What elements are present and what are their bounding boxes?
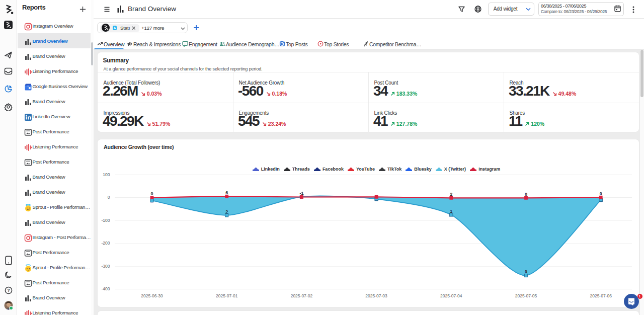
svg-text:2025-07-02: 2025-07-02 xyxy=(291,293,313,298)
svg-text:2025-07-04: 2025-07-04 xyxy=(440,293,462,298)
svg-text:0: 0 xyxy=(150,191,153,196)
svg-text:2: 2 xyxy=(450,192,452,197)
svg-text:2: 2 xyxy=(225,209,228,214)
svg-text:-1: -1 xyxy=(299,191,303,196)
svg-text:-300: -300 xyxy=(101,264,110,269)
svg-text:2025-07-03: 2025-07-03 xyxy=(365,293,387,298)
svg-text:0: 0 xyxy=(600,191,602,196)
svg-text:-400: -400 xyxy=(101,286,110,291)
svg-text:6: 6 xyxy=(225,190,228,195)
svg-text:2025-07-01: 2025-07-01 xyxy=(216,293,238,298)
svg-text:0: 0 xyxy=(108,195,110,200)
svg-text:-200: -200 xyxy=(101,241,110,246)
svg-text:?: ? xyxy=(7,288,10,293)
svg-text:0: 0 xyxy=(525,269,527,274)
svg-text:1: 1 xyxy=(450,209,452,214)
svg-text:-100: -100 xyxy=(101,218,110,223)
svg-text:0: 0 xyxy=(525,192,527,197)
svg-text:2025-07-05: 2025-07-05 xyxy=(515,293,537,298)
svg-text:100: 100 xyxy=(103,172,110,177)
svg-text:2025-06-30: 2025-06-30 xyxy=(141,293,163,298)
svg-text:2025-07-06: 2025-07-06 xyxy=(590,293,612,298)
